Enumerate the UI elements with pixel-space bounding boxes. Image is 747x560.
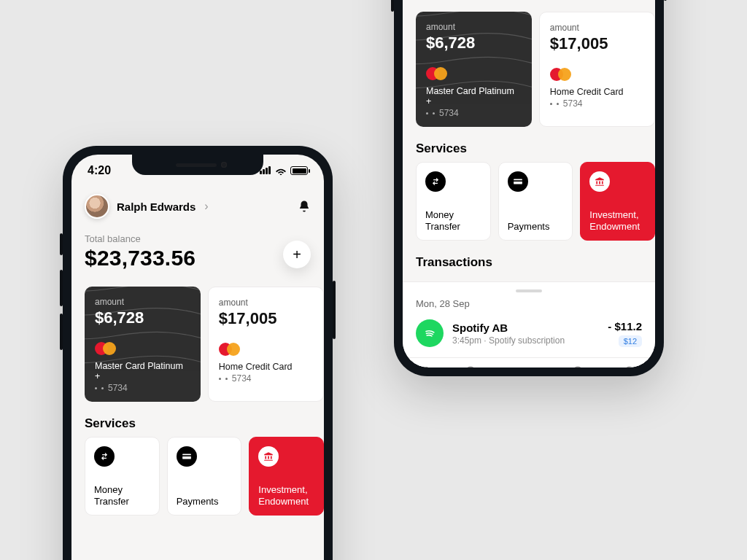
mastercard-icon (95, 342, 190, 355)
wifi-icon (275, 166, 287, 175)
svg-point-3 (573, 367, 582, 368)
drag-handle[interactable] (516, 289, 542, 292)
services-row[interactable]: Money Transfer Payments Investment, Endo… (403, 162, 655, 241)
section-title-transactions: Transactions (403, 241, 655, 276)
notch (132, 155, 263, 175)
bank-icon (258, 446, 279, 467)
transfer-icon (94, 446, 115, 467)
card-mask: 5734 (550, 98, 644, 109)
card-primary[interactable]: amount $6,728 Master Card Platinum + 573… (416, 12, 532, 127)
tab-history[interactable]: History (459, 364, 483, 368)
cards-row[interactable]: amount $6,728 Master Card Platinum + 573… (403, 0, 655, 127)
card-icon (177, 446, 197, 467)
tab-wallet[interactable]: Wallet (413, 364, 436, 368)
transaction-badge: $12 (619, 335, 642, 347)
notifications-button[interactable] (298, 200, 311, 213)
card-name: Master Card Platinum + (426, 86, 522, 106)
card-amount-label: amount (426, 22, 522, 32)
transaction-amount: - $11.2 (608, 320, 642, 332)
card-mask: 5734 (95, 383, 190, 393)
add-button[interactable]: + (283, 241, 311, 268)
svg-point-7 (625, 367, 635, 368)
tab-payments[interactable]: Payments (506, 364, 541, 368)
services-row[interactable]: Money Transfer Payments Investment, Endo… (71, 437, 324, 516)
transaction-merchant: Spotify AB (452, 322, 599, 334)
card-amount-label: amount (219, 298, 313, 308)
service-label: Investment, Endowment (589, 209, 646, 233)
chevron-right-icon: › (204, 200, 208, 213)
service-label: Payments (177, 496, 233, 508)
card-amount: $17,005 (550, 34, 644, 53)
card-icon (515, 364, 531, 368)
transfer-icon (425, 171, 446, 192)
transaction-date: Mon, 28 Sep (403, 297, 655, 314)
card-icon (508, 171, 528, 192)
mastercard-icon (426, 67, 522, 80)
service-label: Investment, Endowment (258, 484, 314, 508)
card-mask: 5734 (219, 373, 313, 384)
side-button (664, 0, 667, 1)
service-payments[interactable]: Payments (167, 437, 242, 516)
service-investment[interactable]: Investment, Endowment (580, 162, 655, 241)
side-button (333, 281, 336, 339)
transaction-row[interactable]: Spotify AB 3:45pm · Spotify subscription… (403, 314, 655, 357)
service-investment[interactable]: Investment, Endowment (249, 437, 324, 516)
user-profile-button[interactable]: Ralph Edwards › (85, 194, 209, 219)
card-amount: $6,728 (95, 308, 190, 327)
spotify-icon (416, 319, 444, 347)
chat-icon (570, 364, 586, 368)
section-title-services: Services (403, 127, 655, 162)
side-button (391, 0, 394, 12)
side-button (60, 270, 63, 306)
section-title-services: Services (71, 402, 324, 437)
card-amount: $17,005 (219, 309, 313, 328)
tab-products[interactable]: Products (615, 364, 645, 368)
service-money-transfer[interactable]: Money Transfer (416, 162, 491, 241)
compass-icon (622, 364, 638, 368)
card-secondary[interactable]: amount $17,005 Home Credit Card 5734 (208, 287, 324, 402)
card-mask: 5734 (426, 108, 522, 118)
service-label: Payments (508, 221, 564, 233)
transactions-sheet[interactable]: Mon, 28 Sep Spotify AB 3:45pm · Spotify … (403, 281, 655, 368)
card-secondary[interactable]: amount $17,005 Home Credit Card 5734 (539, 12, 655, 127)
phone-right: amount $6,728 Master Card Platinum + 573… (394, 0, 664, 376)
side-button (60, 233, 63, 255)
status-time: 4:20 (88, 164, 111, 177)
service-payments[interactable]: Payments (498, 162, 573, 241)
card-name: Master Card Platinum + (95, 361, 190, 381)
cards-row[interactable]: amount $6,728 Master Card Platinum + 573… (71, 275, 324, 402)
service-label: Money Transfer (425, 209, 481, 233)
card-primary[interactable]: amount $6,728 Master Card Platinum + 573… (85, 287, 201, 402)
avatar (85, 194, 109, 219)
card-amount: $6,728 (426, 34, 522, 52)
mastercard-icon (219, 343, 313, 356)
bank-icon (589, 171, 610, 192)
card-name: Home Credit Card (550, 87, 644, 97)
card-amount-label: amount (95, 297, 190, 307)
total-balance-label: Total balance (85, 233, 311, 244)
card-amount-label: amount (550, 23, 644, 33)
service-label: Money Transfer (94, 484, 150, 508)
total-balance: Total balance $23,733.56 + (71, 219, 324, 275)
card-name: Home Credit Card (219, 362, 313, 372)
phone-left: 4:20 Ralph Edwards › (63, 146, 333, 560)
battery-icon (290, 166, 308, 175)
tab-bar: Wallet History Payments Support (403, 357, 655, 368)
history-icon (462, 364, 479, 368)
wallet-icon (416, 364, 432, 368)
user-name: Ralph Edwards (117, 201, 196, 213)
service-money-transfer[interactable]: Money Transfer (85, 437, 160, 516)
side-button (60, 314, 63, 350)
transaction-subtitle: 3:45pm · Spotify subscription (452, 335, 599, 346)
tab-support[interactable]: Support (564, 364, 591, 368)
svg-point-1 (466, 367, 476, 368)
mastercard-icon (550, 68, 644, 81)
total-balance-amount: $23,733.56 (85, 246, 311, 271)
